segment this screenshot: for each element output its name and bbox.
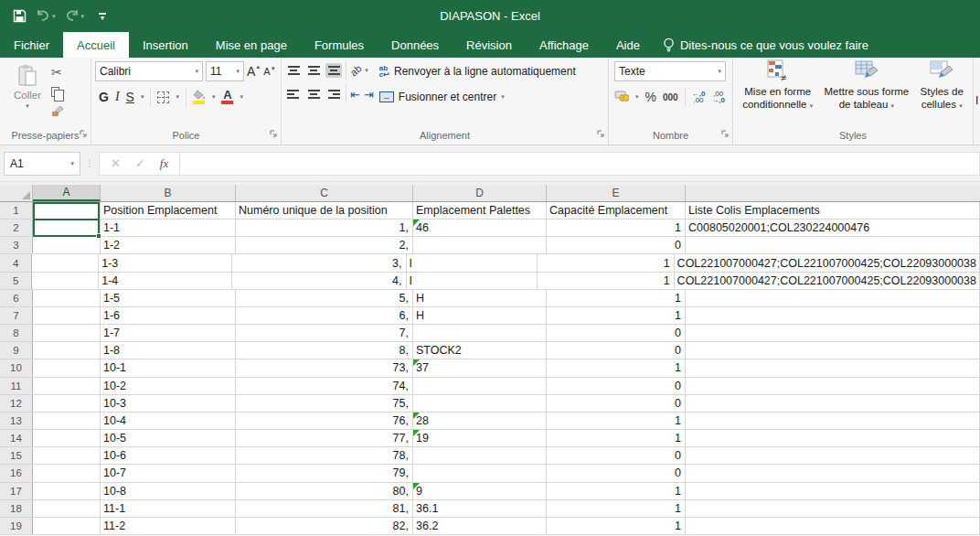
cell-d8[interactable] [413,325,547,341]
cell-a18[interactable] [33,500,101,517]
merge-center-button[interactable]: ↔ Fusionner et centrer ▾ [379,87,604,107]
cell-e5[interactable]: 1 [538,273,675,289]
row-header-18[interactable]: 18 [0,500,33,517]
font-name-select[interactable]: Calibri▾ [95,61,203,81]
row-header-14[interactable]: 14 [0,430,33,446]
cell-b10[interactable]: 10-1 [101,359,236,376]
borders-dropdown-icon[interactable]: ▾ [176,93,179,101]
redo-icon[interactable]: ▾ [65,10,85,22]
cell-c11[interactable]: 74, [236,378,413,394]
align-bottom-icon[interactable] [325,63,342,78]
cell-c5[interactable]: 4, [232,273,407,289]
align-left-icon[interactable] [285,87,302,102]
row-header-12[interactable]: 12 [0,395,33,412]
cell-f19[interactable] [686,518,980,534]
cell-d3[interactable] [413,237,547,253]
tell-me-search[interactable]: Dites-nous ce que vous voulez faire [654,32,878,58]
borders-icon[interactable] [157,91,169,103]
cell-f9[interactable] [686,342,980,359]
cell-c14[interactable]: 77, [236,430,413,446]
cell-a13[interactable] [33,413,101,429]
tab-affichage[interactable]: Affichage [526,32,602,58]
cell-a10[interactable] [33,359,101,376]
cell-b17[interactable]: 10-8 [101,483,236,499]
align-right-icon[interactable] [325,87,342,102]
cell-f16[interactable] [686,465,980,481]
cell-styles-button[interactable]: Styles decellules ▾ [921,59,964,128]
cell-f4[interactable]: COL221007000427;COL221007000425;COL22093… [675,254,980,271]
cell-d11[interactable] [413,378,547,394]
cell-f6[interactable] [686,290,980,306]
conditional-formatting-button[interactable]: ≠ Mise en formeconditionnelle ▾ [742,59,813,128]
cell-e17[interactable]: 1 [547,483,686,499]
cell-f10[interactable] [686,359,980,376]
cell-c4[interactable]: 3, [232,254,407,271]
cell-f15[interactable] [686,447,980,464]
cell-d14[interactable]: 19 [413,430,547,446]
cell-b6[interactable]: 1-5 [101,290,236,306]
row-header-10[interactable]: 10 [0,359,33,376]
percent-style-button[interactable]: % [645,90,656,104]
cell-b8[interactable]: 1-7 [101,325,236,341]
cell-e15[interactable]: 0 [547,447,686,464]
cell-f12[interactable] [686,395,980,412]
tab-accueil[interactable]: Accueil [63,32,129,58]
alignment-dialog-launcher-icon[interactable] [596,127,605,142]
underline-dropdown-icon[interactable]: ▾ [141,93,144,101]
cell-a14[interactable] [33,430,101,446]
cell-c10[interactable]: 73, [236,359,413,376]
cell-b3[interactable]: 1-2 [101,237,236,253]
row-header-2[interactable]: 2 [0,220,33,236]
decrease-font-size-button[interactable]: A▼ [263,66,275,77]
cell-a16[interactable] [33,465,101,481]
cell-e8[interactable]: 0 [547,325,686,341]
cell-f17[interactable] [686,483,980,499]
cell-b18[interactable]: 11-1 [101,500,236,517]
cell-a6[interactable] [33,290,101,306]
cell-b12[interactable]: 10-3 [101,395,236,412]
orientation-dropdown-icon[interactable]: ▾ [365,67,368,74]
format-as-table-button[interactable]: Mettre sous formede tableau ▾ [825,59,910,128]
cell-b15[interactable]: 10-6 [101,447,236,464]
cell-b5[interactable]: 1-4 [99,273,232,289]
cell-a12[interactable] [33,395,101,412]
bold-button[interactable]: G [99,90,109,104]
cell-a11[interactable] [33,378,101,394]
save-icon[interactable] [13,9,27,23]
column-header-B[interactable]: B [101,185,236,201]
row-header-15[interactable]: 15 [0,447,33,464]
confirm-entry-icon[interactable]: ✓ [135,156,145,170]
cell-d1[interactable]: Emplacement Palettes [413,202,547,219]
cell-a4[interactable] [32,254,99,271]
column-header-A[interactable]: A [33,185,101,201]
cell-a17[interactable] [33,483,101,499]
row-header-7[interactable]: 7 [0,307,33,324]
align-middle-icon[interactable] [305,63,322,78]
cell-f13[interactable] [686,413,980,429]
cell-b1[interactable]: Position Emplacement [101,202,236,219]
cell-c8[interactable]: 7, [236,325,413,341]
cell-e11[interactable]: 0 [547,378,686,394]
cell-a7[interactable] [33,307,101,324]
cell-b16[interactable]: 10-7 [101,465,236,481]
name-box[interactable]: A1▾ [4,152,80,176]
cell-d4[interactable]: I [407,254,538,271]
cell-e3[interactable]: 0 [547,237,686,253]
font-dialog-launcher-icon[interactable] [269,127,278,142]
cell-b19[interactable]: 11-2 [101,518,236,534]
cell-f7[interactable] [686,307,980,324]
undo-icon[interactable]: ▾ [36,10,56,22]
tab-aide[interactable]: Aide [602,32,654,58]
underline-button[interactable]: S [126,90,134,104]
row-header-5[interactable]: 5 [0,273,32,289]
cell-d13[interactable]: 28 [413,413,547,429]
row-header-9[interactable]: 9 [0,342,33,359]
cell-c6[interactable]: 5, [236,290,413,306]
accounting-dropdown-icon[interactable]: ▾ [635,93,639,101]
cell-b13[interactable]: 10-4 [101,413,236,429]
decrease-decimal-button[interactable]: ,00→,0 [711,91,725,103]
cell-c12[interactable]: 75, [236,395,413,412]
customize-qat-icon[interactable]: ▼ [99,13,106,20]
column-header-f[interactable] [686,185,980,201]
cell-e14[interactable]: 1 [547,430,686,446]
